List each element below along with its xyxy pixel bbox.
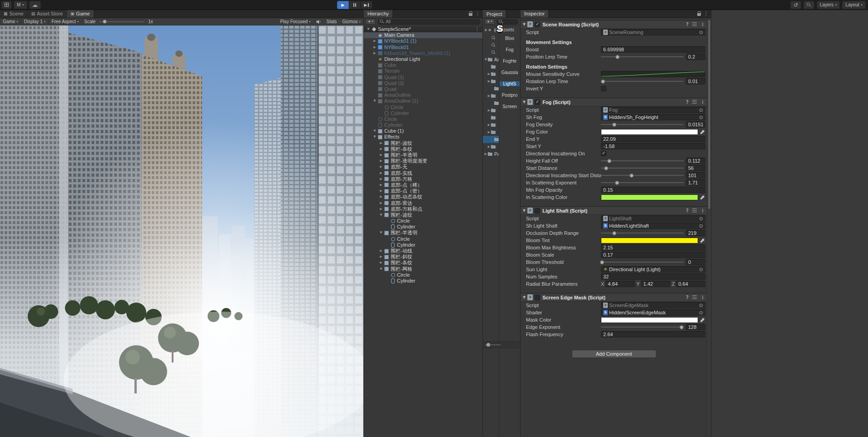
object-field[interactable]: #LightShaft⊙ bbox=[601, 215, 705, 222]
hierarchy-item[interactable]: ▶底部-雷达 bbox=[364, 200, 482, 206]
hierarchy-item[interactable]: Cylinder bbox=[364, 242, 482, 248]
eyedropper-icon[interactable] bbox=[700, 195, 705, 200]
foldout-closed-icon[interactable]: ▶ bbox=[487, 145, 491, 149]
aspect-dropdown[interactable]: Free Aspect▾ bbox=[49, 18, 81, 25]
project-folder-row[interactable] bbox=[483, 49, 499, 56]
foldout-closed-icon[interactable]: ▶ bbox=[372, 38, 377, 44]
slider-value-field[interactable]: 219 bbox=[686, 230, 705, 236]
hierarchy-item[interactable]: Circle bbox=[364, 218, 482, 224]
component-enabled-checkbox[interactable] bbox=[535, 22, 540, 27]
object-picker-icon[interactable]: ⊙ bbox=[699, 223, 703, 228]
hierarchy-item[interactable]: Terrain bbox=[364, 68, 482, 74]
slider-thumb[interactable] bbox=[680, 325, 684, 329]
object-field[interactable]: SHidden/Sh_FogHeight⊙ bbox=[601, 114, 705, 120]
foldout-closed-icon[interactable]: ▶ bbox=[378, 176, 384, 182]
hierarchy-item[interactable]: Circle bbox=[364, 116, 482, 122]
foldout-open-icon[interactable]: ▼ bbox=[484, 29, 488, 32]
hierarchy-item[interactable]: ▶NYBlock01 (1) bbox=[364, 38, 482, 44]
object-picker-icon[interactable]: ⊙ bbox=[699, 108, 703, 113]
object-picker-icon[interactable]: ⊙ bbox=[699, 216, 703, 221]
game-viewport[interactable] bbox=[0, 25, 363, 437]
slider-thumb[interactable] bbox=[607, 159, 611, 163]
project-folder-row[interactable] bbox=[483, 136, 499, 143]
slider-value-field[interactable]: 101 bbox=[686, 172, 705, 179]
object-field[interactable]: ☀Directional Light (Light)⊙ bbox=[601, 266, 705, 273]
hierarchy-item[interactable]: Cylinder bbox=[364, 122, 482, 128]
thumbnail-zoom-slider[interactable] bbox=[485, 344, 501, 345]
hierarchy-item[interactable]: ▼Effects bbox=[364, 134, 482, 140]
foldout-closed-icon[interactable]: ▶ bbox=[487, 79, 491, 83]
vector-field[interactable]: 0.64 bbox=[676, 281, 705, 287]
slider-thumb[interactable] bbox=[612, 123, 616, 127]
kebab-menu-icon[interactable]: ⋮ bbox=[700, 208, 705, 213]
hierarchy-item[interactable]: Cylinder bbox=[364, 110, 482, 116]
help-icon[interactable]: ? bbox=[686, 22, 689, 27]
hierarchy-item[interactable]: ▶底部-点（密） bbox=[364, 188, 482, 194]
inspector-scrollbar[interactable] bbox=[707, 18, 711, 437]
foldout-open-icon[interactable]: ▼ bbox=[523, 209, 526, 213]
hierarchy-item[interactable]: Directional Light bbox=[364, 56, 482, 62]
slider-value-field[interactable]: 0.01 bbox=[686, 78, 705, 84]
slider-value-field[interactable]: 0.2 bbox=[686, 54, 705, 60]
pause-button[interactable] bbox=[349, 1, 361, 9]
color-swatch[interactable] bbox=[601, 129, 698, 135]
layers-dropdown[interactable]: Layers▾ bbox=[817, 1, 840, 9]
foldout-closed-icon[interactable]: ▶ bbox=[487, 94, 491, 98]
text-field[interactable]: -1.58 bbox=[601, 143, 705, 149]
hierarchy-item[interactable]: ▶底部-动态条纹 bbox=[364, 194, 482, 200]
foldout-open-icon[interactable]: ▼ bbox=[523, 100, 526, 104]
foldout-open-icon[interactable]: ▼ bbox=[378, 266, 384, 272]
project-folder-row[interactable] bbox=[483, 63, 499, 70]
project-folder-row[interactable]: ▶ bbox=[483, 129, 499, 136]
kebab-menu-icon[interactable]: ⋮ bbox=[700, 99, 705, 104]
hierarchy-item[interactable]: ▶围栏-斜纹 bbox=[364, 254, 482, 260]
slider-track[interactable] bbox=[601, 259, 684, 265]
hierarchy-item[interactable]: Circle bbox=[364, 272, 482, 278]
foldout-closed-icon[interactable]: ▶ bbox=[378, 260, 384, 266]
slider-track[interactable] bbox=[601, 172, 684, 179]
slider-track[interactable] bbox=[601, 78, 684, 84]
mute-audio-button[interactable] bbox=[313, 18, 324, 25]
slider-thumb[interactable] bbox=[601, 79, 605, 84]
object-picker-icon[interactable]: ⊙ bbox=[699, 30, 703, 35]
slider-track[interactable] bbox=[601, 230, 684, 236]
project-folder-row[interactable]: ▶ bbox=[483, 121, 499, 129]
asset-item[interactable]: SGaussia bbox=[499, 68, 520, 75]
slider-track[interactable] bbox=[601, 158, 684, 164]
foldout-closed-icon[interactable]: ▶ bbox=[487, 123, 491, 127]
hierarchy-item[interactable]: ▼AreaOutline (1) bbox=[364, 98, 482, 104]
grid-menu-button[interactable] bbox=[1, 1, 12, 9]
foldout-closed-icon[interactable]: ▶ bbox=[378, 254, 384, 260]
foldout-open-icon[interactable]: ▼ bbox=[372, 134, 377, 140]
text-field[interactable]: 0.17 bbox=[601, 252, 705, 258]
hierarchy-item[interactable]: Circle bbox=[364, 236, 482, 242]
kebab-menu-icon[interactable]: ⋮ bbox=[475, 11, 480, 17]
hierarchy-item[interactable]: Cylinder bbox=[364, 224, 482, 230]
slider-value-field[interactable]: 0.0151 bbox=[686, 121, 705, 128]
tab-asset-store[interactable]: ▤Asset Store bbox=[28, 10, 67, 18]
eyedropper-icon[interactable] bbox=[700, 238, 705, 243]
slider-track[interactable] bbox=[601, 324, 684, 330]
slider-value-field[interactable]: 56 bbox=[686, 165, 705, 171]
vector-field[interactable]: 1.42 bbox=[641, 281, 670, 287]
tab-project[interactable]: Project bbox=[483, 10, 506, 18]
hierarchy-item[interactable]: ▶底部-点（稀） bbox=[364, 182, 482, 188]
kebab-menu-icon[interactable]: ⋮ bbox=[700, 22, 705, 27]
kebab-menu-icon[interactable]: ⋮ bbox=[704, 11, 709, 17]
slider-thumb[interactable] bbox=[615, 55, 620, 59]
hierarchy-search-input[interactable]: All bbox=[377, 19, 481, 25]
foldout-closed-icon[interactable]: ▶ bbox=[372, 50, 377, 56]
color-swatch[interactable] bbox=[601, 194, 698, 200]
hierarchy-item[interactable]: Main Camera bbox=[364, 32, 482, 38]
object-picker-icon[interactable]: ⊙ bbox=[699, 115, 703, 120]
slider-value-field[interactable]: 0 bbox=[686, 259, 705, 265]
add-component-button[interactable]: Add Component bbox=[572, 350, 656, 358]
asset-item[interactable]: SBloo bbox=[499, 34, 520, 41]
foldout-closed-icon[interactable]: ▶ bbox=[487, 72, 491, 76]
project-folder-row[interactable]: ▼Fa bbox=[483, 27, 499, 34]
foldout-closed-icon[interactable]: ▶ bbox=[378, 206, 384, 212]
project-folder-row[interactable]: ▶ bbox=[483, 92, 499, 99]
object-field[interactable]: #ScreenEdgeMask⊙ bbox=[601, 302, 705, 308]
text-field[interactable]: 6.699998 bbox=[601, 46, 705, 53]
tab-inspector[interactable]: Inspector bbox=[521, 10, 549, 18]
